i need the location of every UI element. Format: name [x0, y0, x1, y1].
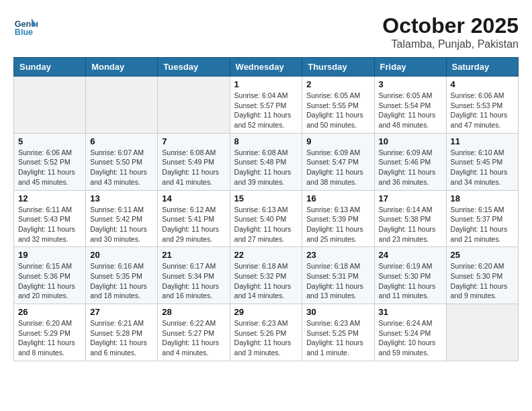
calendar-cell: 12Sunrise: 6:11 AM Sunset: 5:43 PM Dayli…: [14, 190, 86, 247]
weekday-header-tuesday: Tuesday: [158, 58, 230, 77]
day-info: Sunrise: 6:23 AM Sunset: 5:26 PM Dayligh…: [234, 318, 298, 358]
calendar-cell: 4Sunrise: 6:06 AM Sunset: 5:53 PM Daylig…: [446, 77, 518, 134]
weekday-header-saturday: Saturday: [446, 58, 518, 77]
day-info: Sunrise: 6:09 AM Sunset: 5:47 PM Dayligh…: [306, 148, 369, 187]
calendar-cell: 14Sunrise: 6:12 AM Sunset: 5:41 PM Dayli…: [158, 190, 230, 247]
calendar-cell: 31Sunrise: 6:24 AM Sunset: 5:24 PM Dayli…: [374, 304, 446, 361]
calendar-cell: 22Sunrise: 6:18 AM Sunset: 5:32 PM Dayli…: [230, 247, 302, 304]
day-info: Sunrise: 6:11 AM Sunset: 5:42 PM Dayligh…: [90, 205, 153, 244]
day-info: Sunrise: 6:08 AM Sunset: 5:49 PM Dayligh…: [162, 148, 225, 187]
calendar-cell: 11Sunrise: 6:10 AM Sunset: 5:45 PM Dayli…: [446, 133, 518, 190]
day-number: 18: [451, 193, 514, 203]
day-info: Sunrise: 6:18 AM Sunset: 5:32 PM Dayligh…: [234, 261, 298, 301]
calendar-cell: [86, 77, 158, 134]
day-info: Sunrise: 6:06 AM Sunset: 5:52 PM Dayligh…: [18, 148, 81, 187]
day-number: 26: [18, 307, 81, 317]
day-number: 13: [90, 193, 153, 203]
weekday-header-thursday: Thursday: [302, 58, 374, 77]
day-info: Sunrise: 6:07 AM Sunset: 5:50 PM Dayligh…: [90, 148, 153, 187]
day-info: Sunrise: 6:05 AM Sunset: 5:54 PM Dayligh…: [379, 91, 442, 130]
day-info: Sunrise: 6:16 AM Sunset: 5:35 PM Dayligh…: [90, 261, 153, 301]
day-info: Sunrise: 6:08 AM Sunset: 5:48 PM Dayligh…: [234, 148, 298, 187]
day-number: 11: [451, 136, 514, 146]
day-number: 7: [162, 136, 225, 146]
day-info: Sunrise: 6:04 AM Sunset: 5:57 PM Dayligh…: [234, 91, 298, 130]
day-number: 17: [379, 193, 442, 203]
day-number: 6: [90, 136, 153, 146]
calendar-cell: 24Sunrise: 6:19 AM Sunset: 5:30 PM Dayli…: [374, 247, 446, 304]
weekday-header-row: SundayMondayTuesdayWednesdayThursdayFrid…: [14, 58, 519, 77]
header: General Blue October 2025 Talamba, Punja…: [13, 13, 519, 50]
calendar-cell: 27Sunrise: 6:21 AM Sunset: 5:28 PM Dayli…: [86, 304, 158, 361]
logo-icon: General Blue: [13, 13, 38, 38]
day-info: Sunrise: 6:11 AM Sunset: 5:43 PM Dayligh…: [18, 205, 81, 244]
calendar-week-row: 19Sunrise: 6:15 AM Sunset: 5:36 PM Dayli…: [14, 247, 519, 304]
day-number: 30: [306, 307, 369, 317]
day-number: 1: [234, 79, 298, 89]
calendar-cell: 26Sunrise: 6:20 AM Sunset: 5:29 PM Dayli…: [14, 304, 86, 361]
svg-text:Blue: Blue: [15, 28, 33, 37]
calendar-cell: 2Sunrise: 6:05 AM Sunset: 5:55 PM Daylig…: [302, 77, 374, 134]
calendar-cell: 25Sunrise: 6:20 AM Sunset: 5:30 PM Dayli…: [446, 247, 518, 304]
calendar-week-row: 1Sunrise: 6:04 AM Sunset: 5:57 PM Daylig…: [14, 77, 519, 134]
calendar-cell: 21Sunrise: 6:17 AM Sunset: 5:34 PM Dayli…: [158, 247, 230, 304]
day-number: 16: [306, 193, 369, 203]
calendar-cell: 10Sunrise: 6:09 AM Sunset: 5:46 PM Dayli…: [374, 133, 446, 190]
day-number: 20: [90, 250, 153, 260]
weekday-header-monday: Monday: [86, 58, 158, 77]
day-info: Sunrise: 6:06 AM Sunset: 5:53 PM Dayligh…: [451, 91, 514, 130]
calendar-cell: [158, 77, 230, 134]
weekday-header-sunday: Sunday: [14, 58, 86, 77]
calendar-cell: 29Sunrise: 6:23 AM Sunset: 5:26 PM Dayli…: [230, 304, 302, 361]
day-number: 3: [379, 79, 442, 89]
day-number: 2: [306, 79, 369, 89]
day-info: Sunrise: 6:23 AM Sunset: 5:25 PM Dayligh…: [306, 318, 369, 358]
day-info: Sunrise: 6:18 AM Sunset: 5:31 PM Dayligh…: [306, 261, 369, 301]
day-number: 5: [18, 136, 81, 146]
calendar-cell: 16Sunrise: 6:13 AM Sunset: 5:39 PM Dayli…: [302, 190, 374, 247]
calendar-cell: 3Sunrise: 6:05 AM Sunset: 5:54 PM Daylig…: [374, 77, 446, 134]
calendar-cell: [446, 304, 518, 361]
title-area: October 2025 Talamba, Punjab, Pakistan: [382, 13, 519, 50]
day-number: 15: [234, 193, 298, 203]
calendar-cell: 20Sunrise: 6:16 AM Sunset: 5:35 PM Dayli…: [86, 247, 158, 304]
calendar-table: SundayMondayTuesdayWednesdayThursdayFrid…: [13, 57, 519, 361]
calendar-cell: 1Sunrise: 6:04 AM Sunset: 5:57 PM Daylig…: [230, 77, 302, 134]
day-info: Sunrise: 6:20 AM Sunset: 5:29 PM Dayligh…: [18, 318, 81, 358]
day-info: Sunrise: 6:19 AM Sunset: 5:30 PM Dayligh…: [379, 261, 442, 301]
day-info: Sunrise: 6:05 AM Sunset: 5:55 PM Dayligh…: [306, 91, 369, 130]
calendar-cell: 23Sunrise: 6:18 AM Sunset: 5:31 PM Dayli…: [302, 247, 374, 304]
calendar-cell: 30Sunrise: 6:23 AM Sunset: 5:25 PM Dayli…: [302, 304, 374, 361]
location-title: Talamba, Punjab, Pakistan: [382, 38, 519, 50]
day-info: Sunrise: 6:13 AM Sunset: 5:39 PM Dayligh…: [306, 205, 369, 244]
calendar-cell: 28Sunrise: 6:22 AM Sunset: 5:27 PM Dayli…: [158, 304, 230, 361]
day-info: Sunrise: 6:21 AM Sunset: 5:28 PM Dayligh…: [90, 318, 153, 358]
day-number: 10: [379, 136, 442, 146]
day-number: 25: [451, 250, 514, 260]
calendar-cell: 18Sunrise: 6:15 AM Sunset: 5:37 PM Dayli…: [446, 190, 518, 247]
day-number: 9: [306, 136, 369, 146]
day-info: Sunrise: 6:12 AM Sunset: 5:41 PM Dayligh…: [162, 205, 225, 244]
calendar-cell: 19Sunrise: 6:15 AM Sunset: 5:36 PM Dayli…: [14, 247, 86, 304]
day-number: 14: [162, 193, 225, 203]
day-number: 31: [379, 307, 442, 317]
day-info: Sunrise: 6:24 AM Sunset: 5:24 PM Dayligh…: [379, 318, 442, 358]
month-title: October 2025: [382, 13, 519, 38]
day-number: 27: [90, 307, 153, 317]
day-number: 24: [379, 250, 442, 260]
calendar-week-row: 12Sunrise: 6:11 AM Sunset: 5:43 PM Dayli…: [14, 190, 519, 247]
day-number: 29: [234, 307, 298, 317]
logo: General Blue: [13, 13, 38, 38]
day-info: Sunrise: 6:15 AM Sunset: 5:37 PM Dayligh…: [451, 205, 514, 244]
weekday-header-wednesday: Wednesday: [230, 58, 302, 77]
calendar-cell: 5Sunrise: 6:06 AM Sunset: 5:52 PM Daylig…: [14, 133, 86, 190]
day-number: 23: [306, 250, 369, 260]
calendar-cell: 17Sunrise: 6:14 AM Sunset: 5:38 PM Dayli…: [374, 190, 446, 247]
day-info: Sunrise: 6:14 AM Sunset: 5:38 PM Dayligh…: [379, 205, 442, 244]
calendar-week-row: 26Sunrise: 6:20 AM Sunset: 5:29 PM Dayli…: [14, 304, 519, 361]
calendar-cell: 8Sunrise: 6:08 AM Sunset: 5:48 PM Daylig…: [230, 133, 302, 190]
day-number: 21: [162, 250, 225, 260]
weekday-header-friday: Friday: [374, 58, 446, 77]
day-info: Sunrise: 6:17 AM Sunset: 5:34 PM Dayligh…: [162, 261, 225, 301]
calendar-cell: 7Sunrise: 6:08 AM Sunset: 5:49 PM Daylig…: [158, 133, 230, 190]
